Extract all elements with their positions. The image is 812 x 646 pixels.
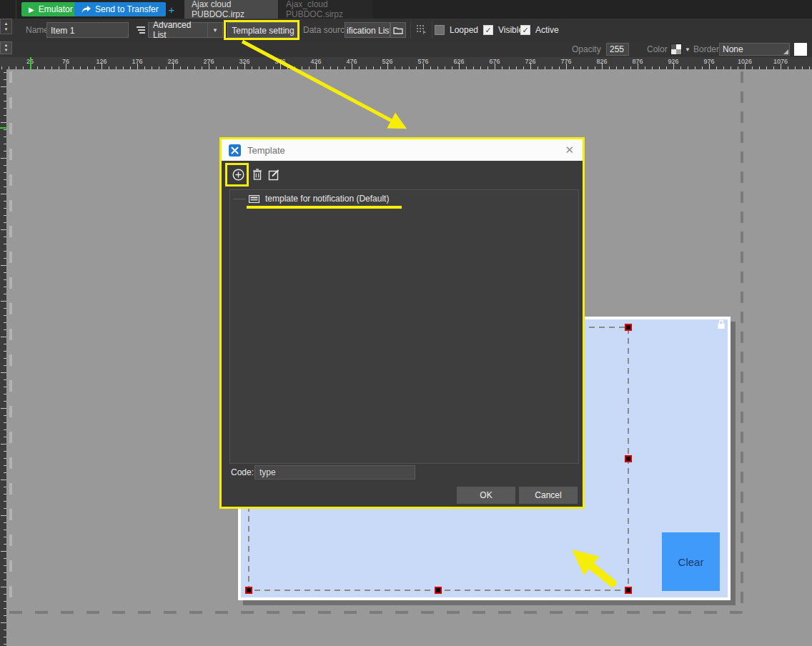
dialog-title-bar[interactable]: Template ✕ (222, 139, 583, 161)
looped-label: Looped (450, 25, 478, 35)
visible-checkbox[interactable]: ✓ Visible (483, 19, 523, 41)
multi-select-icon[interactable] (415, 23, 429, 37)
ruler-label: 76 (62, 58, 69, 65)
divider (410, 21, 411, 39)
selection-handle[interactable] (625, 324, 632, 331)
selection-handle[interactable] (625, 587, 632, 594)
dialog-title: Template (247, 145, 557, 156)
ruler-label: 476 (346, 58, 357, 65)
divider (16, 0, 16, 19)
ruler-label: 426 (310, 58, 321, 65)
ruler-label: 776 (560, 58, 571, 65)
ruler-label: 826 (596, 58, 607, 65)
checkbox-box: ✓ (483, 25, 493, 35)
app-window: ▶ Emulator Send to Transfer + Ajax cloud… (0, 0, 812, 646)
ruler-label: 876 (632, 58, 643, 65)
object-toolbar: ▲ ▼ Name Item 1 Advanced List ▼ Template… (0, 19, 812, 41)
clear-button-label: Clear (678, 556, 704, 568)
ruler-label: 626 (453, 58, 464, 65)
up-arrow-icon: ▲ (4, 43, 9, 48)
selection-handle[interactable] (435, 587, 442, 594)
color-picker-button[interactable]: ▼ (670, 43, 692, 56)
checkbox-box: ✓ (520, 25, 530, 35)
ok-button[interactable]: OK (457, 487, 515, 504)
ruler-tick (1, 551, 6, 552)
ruler-tick (1, 122, 6, 123)
delete-template-button[interactable] (249, 167, 265, 182)
up-arrow-icon: ▲ (4, 21, 9, 26)
template-dialog: Template ✕ (219, 137, 585, 509)
selection-handle[interactable] (245, 587, 252, 594)
tab-inactive-project[interactable]: Ajax_cloud PUBDOC.sirpz (279, 0, 372, 19)
top-bar: ▶ Emulator Send to Transfer + Ajax cloud… (0, 0, 812, 19)
new-tab-button[interactable]: + (159, 0, 184, 19)
opacity-stepper[interactable]: ▲ ▼ (0, 41, 12, 54)
ruler-label: 726 (525, 58, 535, 65)
clear-button[interactable]: Clear (662, 532, 720, 591)
border-dropdown[interactable]: None (719, 43, 790, 56)
widget-type-dropdown[interactable]: Advanced List ▼ (148, 22, 223, 38)
vertical-ruler[interactable] (0, 69, 6, 646)
send-to-transfer-button[interactable]: Send to Transfer (74, 2, 166, 16)
ruler-tick (1, 158, 6, 159)
lock-icon (717, 319, 726, 329)
down-arrow-icon: ▼ (4, 26, 9, 32)
tree-connector (233, 199, 246, 199)
properties-row: Opacity 255 ▲ ▼ Color ▼ Border None (0, 41, 812, 57)
folder-browse-button[interactable] (390, 22, 406, 38)
opacity-label: Opacity (572, 41, 601, 57)
ruler-tick (1, 479, 6, 480)
active-label: Active (535, 25, 559, 35)
chevron-down-icon: ▼ (207, 23, 222, 37)
ruler-tick (1, 86, 6, 87)
tab-label: Ajax cloud PUBDOC.irpz (192, 0, 271, 19)
play-icon: ▶ (29, 6, 34, 14)
cancel-button[interactable]: Cancel (519, 487, 578, 504)
z-order-stepper[interactable]: ▲ ▼ (0, 19, 12, 34)
tab-active-project[interactable]: Ajax cloud PUBDOC.irpz (184, 0, 278, 19)
name-input[interactable]: Item 1 (46, 22, 129, 38)
ruler-tick (1, 444, 6, 444)
active-checkbox[interactable]: ✓ Active (520, 19, 559, 41)
ruler-tick (1, 337, 6, 337)
template-setting-button[interactable]: Template setting (227, 22, 299, 38)
ruler-label: 276 (203, 58, 214, 65)
code-input[interactable]: type (254, 465, 415, 479)
send-to-transfer-label: Send to Transfer (95, 4, 159, 14)
template-list-item[interactable]: template for notification (Default) (230, 192, 578, 206)
widget-type-value: Advanced List (149, 20, 207, 40)
visible-label: Visible (498, 25, 523, 35)
horizontal-ruler[interactable]: 2676126176226276326376426476526576626676… (0, 57, 812, 69)
dialog-close-button[interactable]: ✕ (563, 144, 575, 156)
looped-checkbox[interactable]: ✓ Looped (435, 19, 478, 41)
ruler-tick (1, 301, 6, 302)
opacity-input[interactable]: 255 (606, 43, 629, 56)
code-label: Code: (231, 465, 254, 479)
ruler-tick (1, 372, 6, 373)
ruler-label: 376 (274, 58, 285, 65)
chevron-down-icon: ▼ (685, 46, 690, 53)
template-list[interactable]: template for notification (Default) (229, 189, 579, 464)
emulator-button-label: Emulator (39, 4, 73, 14)
data-source-label: Data source (303, 19, 350, 41)
ruler-tick (1, 515, 6, 516)
down-arrow-icon: ▼ (4, 48, 9, 53)
ruler-tick (1, 587, 6, 587)
add-template-button[interactable] (230, 167, 246, 182)
selection-handle[interactable] (625, 455, 632, 462)
ruler-cursor-marker (0, 127, 6, 129)
border-color-swatch[interactable] (794, 43, 807, 56)
list-hierarchy-icon[interactable] (133, 23, 147, 37)
folder-icon (393, 26, 403, 34)
color-label: Color (647, 41, 668, 57)
plus-icon: + (169, 4, 175, 16)
annotation-underline (247, 206, 402, 209)
border-value: None (723, 44, 743, 54)
data-source-input[interactable]: ification List (345, 22, 390, 38)
emulator-button[interactable]: ▶ Emulator (21, 2, 80, 16)
edit-template-button[interactable] (266, 167, 282, 182)
ruler-tick (1, 265, 6, 266)
border-label: Border (693, 41, 719, 57)
ruler-label: 126 (96, 58, 107, 65)
ruler-label: 576 (417, 58, 428, 65)
